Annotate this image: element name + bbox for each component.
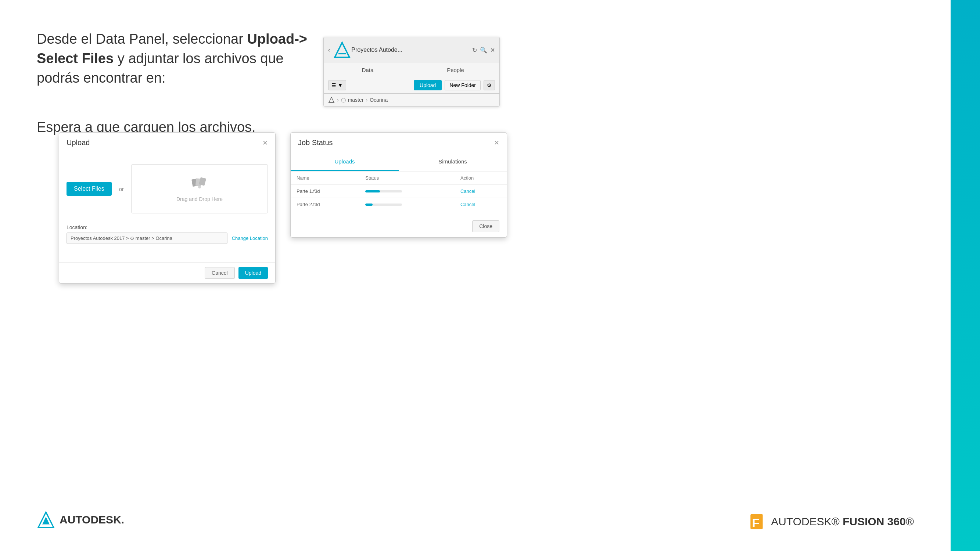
location-input[interactable] (67, 232, 228, 244)
svg-point-6 (198, 186, 201, 189)
table-row: Parte 1.f3d Cancel (291, 185, 507, 198)
row2-progress-bar (365, 203, 402, 206)
svg-text:F: F (752, 516, 759, 530)
panel-title: Proyectos Autode... (351, 47, 469, 53)
refresh-icon[interactable]: ↻ (472, 47, 477, 54)
row2-action: Cancel (455, 198, 507, 211)
job-status-close[interactable]: ✕ (494, 139, 500, 147)
row1-name: Parte 1.f3d (291, 185, 360, 198)
upload-dialog-footer: Cancel Upload (59, 262, 275, 283)
select-files-button[interactable]: Select Files (67, 182, 112, 196)
job-table-container: Name Status Action Parte 1.f3d (291, 171, 507, 215)
upload-dialog-close[interactable]: ✕ (262, 139, 268, 147)
data-panel-toolbar: ☰ ▼ Upload New Folder ⚙ (324, 77, 500, 94)
fusion-f-icon: F (748, 513, 766, 531)
data-panel-tabs: Data People (324, 63, 500, 77)
autodesk-logo-icon (333, 41, 351, 59)
breadcrumb-folder[interactable]: Ocarina (370, 97, 388, 103)
drop-zone[interactable]: Drag and Drop Here (131, 164, 268, 213)
settings-button[interactable]: ⚙ (484, 80, 495, 91)
upload-dialog-header: Upload ✕ (59, 133, 275, 153)
row1-status (360, 185, 455, 198)
row1-action: Cancel (455, 185, 507, 198)
tab-uploads[interactable]: Uploads (291, 153, 399, 171)
breadcrumb-master[interactable]: master (348, 97, 364, 103)
upload-dialog-title: Upload (67, 138, 90, 147)
data-panel: ‹ Proyectos Autode... ↻ 🔍 ✕ Data People … (323, 37, 500, 106)
row2-cancel-btn[interactable]: Cancel (460, 202, 475, 207)
filter-button[interactable]: ☰ ▼ (328, 80, 346, 91)
or-text: or (119, 186, 124, 192)
upload-cancel-button[interactable]: Cancel (205, 267, 235, 279)
upload-area: Select Files or Drag and Drop Here (67, 164, 268, 213)
search-icon[interactable]: 🔍 (480, 47, 487, 54)
drag-drop-text: Drag and Drop Here (177, 196, 223, 202)
filter-icon: ☰ (331, 82, 336, 88)
row2-progress-fill (365, 203, 372, 206)
svg-rect-5 (199, 177, 206, 186)
row1-cancel-btn[interactable]: Cancel (460, 189, 475, 194)
autodesk-a-icon (37, 511, 55, 529)
fusion-footer-logo: F AUTODESK® FUSION 360® (748, 513, 914, 531)
autodesk-footer-logo: AUTODESK. (37, 511, 124, 529)
col-action-header: Action (455, 171, 507, 185)
intro-text-1: Desde el Data Panel, seleccionar (37, 31, 247, 47)
upload-button[interactable]: Upload (414, 80, 442, 91)
teal-sidebar (951, 0, 980, 551)
data-panel-breadcrumb: › ◯ master › Ocarina (324, 94, 500, 106)
data-panel-header: ‹ Proyectos Autode... ↻ 🔍 ✕ (324, 37, 500, 63)
upload-dialog-body: Select Files or Drag and Drop Here (59, 153, 275, 262)
close-panel-icon[interactable]: ✕ (490, 47, 495, 54)
row1-progress-bar (365, 190, 402, 192)
row2-name: Parte 2.f3d (291, 198, 360, 211)
row2-status (360, 198, 455, 211)
row1-progress-fill (365, 190, 380, 192)
location-section: Location: Change Location (67, 224, 268, 244)
job-table: Name Status Action Parte 1.f3d (291, 171, 507, 211)
dropdown-icon: ▼ (338, 82, 343, 88)
upload-submit-button[interactable]: Upload (239, 267, 268, 279)
tab-simulations[interactable]: Simulations (399, 153, 507, 171)
breadcrumb-sep-1: › (337, 97, 339, 103)
job-close-button[interactable]: Close (472, 221, 500, 232)
new-folder-button[interactable]: New Folder (445, 80, 480, 91)
svg-marker-0 (335, 43, 350, 57)
col-name-header: Name (291, 171, 360, 185)
breadcrumb-sep-2: › (366, 97, 368, 103)
location-row: Change Location (67, 232, 268, 244)
table-row: Parte 2.f3d Cancel (291, 198, 507, 211)
text-block: Desde el Data Panel, seleccionar Upload-… (37, 29, 323, 137)
autodesk-logo-text: AUTODESK. (59, 513, 124, 526)
fusion-logo-text: AUTODESK® FUSION 360® (771, 515, 914, 528)
location-label: Location: (67, 224, 268, 230)
drop-icon (139, 176, 260, 193)
job-footer: Close (291, 215, 507, 237)
breadcrumb-home-icon (328, 97, 335, 103)
job-status-dialog: Job Status ✕ Uploads Simulations Name St… (290, 132, 507, 238)
job-status-header: Job Status ✕ (291, 133, 507, 153)
fusion-bold-text: FUSION 360 (843, 515, 906, 527)
tab-data[interactable]: Data (324, 63, 412, 77)
tab-people[interactable]: People (412, 63, 500, 77)
fusion-normal-text: AUTODESK (771, 515, 832, 527)
upload-dialog: Upload ✕ Select Files or (59, 132, 275, 284)
job-tabs: Uploads Simulations (291, 153, 507, 171)
main-content: Desde el Data Panel, seleccionar Upload-… (0, 0, 951, 551)
back-button[interactable]: ‹ (328, 47, 330, 53)
col-status-header: Status (360, 171, 455, 185)
change-location-button[interactable]: Change Location (232, 235, 268, 241)
job-status-title: Job Status (298, 138, 333, 147)
svg-marker-2 (329, 97, 334, 103)
